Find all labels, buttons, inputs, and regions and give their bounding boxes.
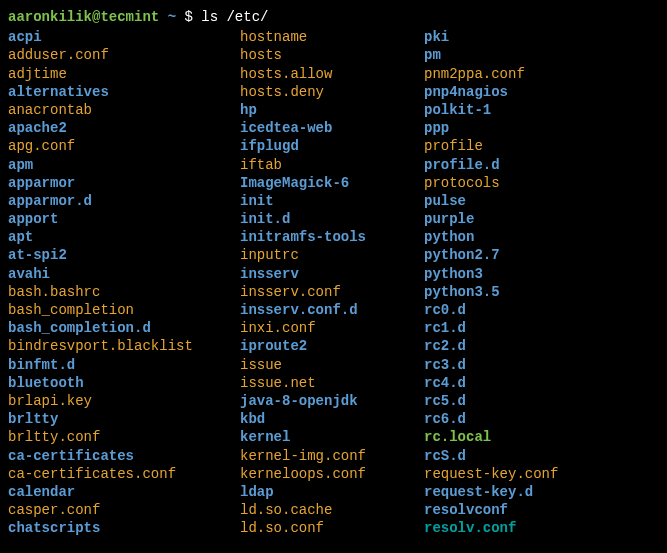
ls-entry: pnm2ppa.conf xyxy=(424,65,659,83)
ls-entry: casper.conf xyxy=(8,501,240,519)
ls-entry: python xyxy=(424,228,659,246)
ls-output: acpihostnamepkiadduser.confhostspmadjtim… xyxy=(8,28,659,537)
ls-entry: alternatives xyxy=(8,83,240,101)
ls-entry: iftab xyxy=(240,156,424,174)
ls-entry: kernel xyxy=(240,428,424,446)
ls-entry: java-8-openjdk xyxy=(240,392,424,410)
ls-entry: inxi.conf xyxy=(240,319,424,337)
ls-entry: request-key.conf xyxy=(424,465,659,483)
ls-entry: acpi xyxy=(8,28,240,46)
ls-entry: issue xyxy=(240,356,424,374)
prompt-line: aaronkilik@tecmint ~ $ ls /etc/ xyxy=(8,8,659,26)
ls-entry: apm xyxy=(8,156,240,174)
ls-entry: bash_completion.d xyxy=(8,319,240,337)
ls-entry: pnp4nagios xyxy=(424,83,659,101)
ls-entry: hosts.deny xyxy=(240,83,424,101)
ls-entry: rc3.d xyxy=(424,356,659,374)
ls-entry: rcS.d xyxy=(424,447,659,465)
ls-entry: issue.net xyxy=(240,374,424,392)
ls-entry: rc6.d xyxy=(424,410,659,428)
ls-entry: apt xyxy=(8,228,240,246)
ls-entry: iproute2 xyxy=(240,337,424,355)
ls-entry: polkit-1 xyxy=(424,101,659,119)
command-text[interactable]: ls /etc/ xyxy=(201,8,268,26)
ls-entry: bluetooth xyxy=(8,374,240,392)
ls-entry: rc0.d xyxy=(424,301,659,319)
ls-entry: ld.so.conf xyxy=(240,519,424,537)
ls-entry: pm xyxy=(424,46,659,64)
ls-entry: hostname xyxy=(240,28,424,46)
ls-entry: binfmt.d xyxy=(8,356,240,374)
ls-entry: pki xyxy=(424,28,659,46)
ls-entry: apache2 xyxy=(8,119,240,137)
ls-entry: kernel-img.conf xyxy=(240,447,424,465)
ls-entry: insserv xyxy=(240,265,424,283)
ls-entry: avahi xyxy=(8,265,240,283)
ls-entry: chatscripts xyxy=(8,519,240,537)
ls-entry: adduser.conf xyxy=(8,46,240,64)
ls-entry: ifplugd xyxy=(240,137,424,155)
ls-entry: insserv.conf xyxy=(240,283,424,301)
ls-entry: hosts.allow xyxy=(240,65,424,83)
ls-entry: rc1.d xyxy=(424,319,659,337)
ls-entry: rc5.d xyxy=(424,392,659,410)
ls-entry: rc.local xyxy=(424,428,659,446)
cwd-tilde: ~ xyxy=(168,8,176,26)
ls-entry: init.d xyxy=(240,210,424,228)
ls-entry: anacrontab xyxy=(8,101,240,119)
ls-entry: ImageMagick-6 xyxy=(240,174,424,192)
ls-entry: pulse xyxy=(424,192,659,210)
ls-entry: resolv.conf xyxy=(424,519,659,537)
ls-entry: request-key.d xyxy=(424,483,659,501)
ls-entry: purple xyxy=(424,210,659,228)
ls-entry: profile xyxy=(424,137,659,155)
ls-entry: python2.7 xyxy=(424,246,659,264)
ls-entry: rc2.d xyxy=(424,337,659,355)
ls-entry: inputrc xyxy=(240,246,424,264)
ls-entry: brltty.conf xyxy=(8,428,240,446)
ls-entry: apport xyxy=(8,210,240,228)
ls-entry: apg.conf xyxy=(8,137,240,155)
ls-entry: bash.bashrc xyxy=(8,283,240,301)
ls-entry: hp xyxy=(240,101,424,119)
ls-entry: hosts xyxy=(240,46,424,64)
ls-entry: resolvconf xyxy=(424,501,659,519)
ls-entry: protocols xyxy=(424,174,659,192)
ls-entry: initramfs-tools xyxy=(240,228,424,246)
ls-entry: apparmor xyxy=(8,174,240,192)
ls-entry: adjtime xyxy=(8,65,240,83)
ls-entry: python3.5 xyxy=(424,283,659,301)
ls-entry: bash_completion xyxy=(8,301,240,319)
ls-entry: ca-certificates.conf xyxy=(8,465,240,483)
ls-entry: at-spi2 xyxy=(8,246,240,264)
ls-entry: ldap xyxy=(240,483,424,501)
ls-entry: ppp xyxy=(424,119,659,137)
ls-entry: ld.so.cache xyxy=(240,501,424,519)
ls-entry: brlapi.key xyxy=(8,392,240,410)
ls-entry: apparmor.d xyxy=(8,192,240,210)
ls-entry: init xyxy=(240,192,424,210)
ls-entry: bindresvport.blacklist xyxy=(8,337,240,355)
ls-entry: ca-certificates xyxy=(8,447,240,465)
ls-entry: insserv.conf.d xyxy=(240,301,424,319)
ls-entry: python3 xyxy=(424,265,659,283)
ls-entry: icedtea-web xyxy=(240,119,424,137)
prompt-dollar: $ xyxy=(184,8,192,26)
ls-entry: rc4.d xyxy=(424,374,659,392)
ls-entry: kbd xyxy=(240,410,424,428)
user-host: aaronkilik@tecmint xyxy=(8,8,159,26)
ls-entry: brltty xyxy=(8,410,240,428)
ls-entry: calendar xyxy=(8,483,240,501)
ls-entry: kerneloops.conf xyxy=(240,465,424,483)
ls-entry: profile.d xyxy=(424,156,659,174)
